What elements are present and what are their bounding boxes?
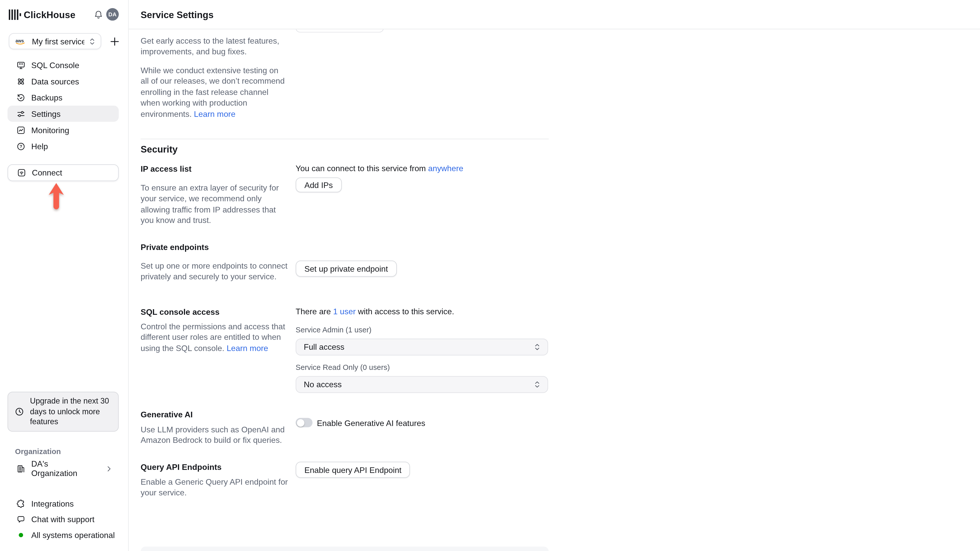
service-admin-select-value: Full access [304, 342, 344, 352]
private-endpoints-label: Private endpoints [141, 242, 209, 252]
help-icon: ? [16, 141, 26, 151]
sidebar-nav: SQL Console Data sources [7, 57, 119, 154]
sidebar-item-label: Settings [31, 109, 60, 118]
service-selector[interactable]: aws My first service [9, 33, 101, 49]
sidebar-item-integrations[interactable]: Integrations [7, 496, 119, 511]
system-status-label: All systems operational [31, 530, 115, 540]
chevron-updown-icon [535, 343, 540, 351]
sql-console-access-status: There are 1 user with access to this ser… [296, 306, 454, 316]
setup-private-endpoint-button[interactable]: Set up private endpoint [296, 260, 396, 277]
settings-sliders-icon [16, 109, 26, 118]
annotation-arrow-icon [48, 183, 65, 211]
release-channel-para1: Get early access to the latest features,… [141, 36, 299, 57]
chat-bubble-icon [16, 515, 26, 524]
building-icon [16, 464, 26, 473]
clickhouse-console: ClickHouse DA aws My first service [0, 0, 980, 551]
anywhere-link[interactable]: anywhere [428, 164, 463, 173]
svg-text:?: ? [20, 144, 22, 149]
user-avatar[interactable]: DA [106, 8, 119, 21]
sidebar-item-data-sources[interactable]: Data sources [7, 73, 119, 89]
query-api-endpoints-description: Enable a Generic Query API endpoint for … [141, 477, 299, 499]
chevron-updown-icon [89, 37, 95, 45]
service-selector-value: My first service [32, 37, 84, 46]
sidebar-item-label: Backups [31, 93, 62, 102]
query-api-endpoints-label: Query API Endpoints [141, 462, 221, 472]
brand-name: ClickHouse [24, 10, 76, 20]
sidebar-item-label: Monitoring [31, 125, 69, 135]
release-channel-learn-more-link[interactable]: Learn more [194, 109, 235, 119]
one-user-link[interactable]: 1 user [333, 306, 356, 316]
service-readonly-select-value: No access [304, 380, 342, 389]
sql-access-learn-more-link[interactable]: Learn more [227, 343, 268, 353]
add-service-button[interactable] [110, 37, 119, 46]
organization-section-label: Organization [15, 447, 61, 456]
security-heading: Security [141, 144, 178, 154]
service-readonly-label: Service Read Only (0 users) [296, 363, 390, 372]
aws-logo-icon: aws [15, 37, 27, 45]
sql-console-access-label: SQL console access [141, 307, 220, 317]
private-endpoints-description: Set up one or more endpoints to connect … [141, 260, 299, 282]
organization-name: DA's Organization [31, 459, 95, 478]
sidebar-item-label: SQL Console [31, 60, 79, 70]
service-readonly-select[interactable]: No access [296, 376, 548, 393]
enable-query-api-button[interactable]: Enable query API Endpoint [296, 462, 410, 478]
sidebar: ClickHouse DA aws My first service [0, 0, 129, 551]
generative-ai-description: Use LLM providers such as OpenAI and Ama… [141, 424, 299, 446]
sidebar-item-chat-support[interactable]: Chat with support [7, 512, 119, 527]
add-ips-button[interactable]: Add IPs [296, 178, 342, 192]
puzzle-icon [16, 499, 26, 509]
notifications-bell-icon[interactable] [94, 10, 103, 20]
system-status[interactable]: All systems operational [7, 527, 119, 543]
service-admin-select[interactable]: Full access [296, 338, 548, 355]
backups-icon [16, 93, 26, 102]
connect-wifi-icon [17, 168, 26, 178]
upgrade-notice-text: Upgrade in the next 30 days to unlock mo… [30, 396, 109, 427]
chevron-updown-icon [535, 380, 540, 389]
clickhouse-logo-icon [9, 10, 21, 20]
generative-ai-label: Generative AI [141, 410, 192, 419]
data-sources-icon [16, 76, 26, 86]
page-header: Service Settings [129, 0, 980, 29]
sidebar-item-label: Chat with support [31, 515, 94, 524]
release-channel-para2: While we conduct extensive testing on al… [141, 65, 299, 119]
status-green-dot [16, 530, 26, 540]
page-title: Service Settings [141, 9, 213, 20]
sidebar-item-label: Data sources [31, 76, 79, 86]
organization-selector[interactable]: DA's Organization [7, 460, 119, 477]
sidebar-item-help[interactable]: ? Help [7, 138, 119, 154]
main-content: Service Settings Get early access to the… [129, 0, 980, 551]
connect-button[interactable]: Connect [7, 164, 119, 181]
generative-ai-toggle-label: Enable Generative AI features [317, 419, 425, 428]
sidebar-item-settings[interactable]: Settings [7, 106, 119, 122]
service-admin-label: Service Admin (1 user) [296, 326, 371, 334]
ip-access-description: To ensure an extra layer of security for… [141, 183, 299, 226]
next-section-card-partial [141, 547, 549, 551]
sql-console-access-description: Control the permissions and access that … [141, 321, 299, 354]
section-divider [141, 139, 549, 139]
connect-button-label: Connect [32, 168, 62, 178]
sidebar-item-sql-console[interactable]: SQL Console [7, 57, 119, 73]
chevron-right-icon [107, 465, 111, 472]
sidebar-item-backups[interactable]: Backups [7, 89, 119, 106]
ip-access-list-label: IP access list [141, 164, 191, 174]
sidebar-item-label: Integrations [31, 499, 73, 509]
sidebar-item-monitoring[interactable]: Monitoring [7, 122, 119, 138]
clock-icon [14, 407, 24, 416]
ip-access-status: You can connect to this service from any… [296, 164, 463, 173]
sidebar-item-label: Help [31, 141, 48, 151]
sidebar-footer: Integrations Chat with support All syste… [7, 496, 119, 543]
upgrade-notice[interactable]: Upgrade in the next 30 days to unlock mo… [7, 392, 119, 432]
svg-text:aws: aws [16, 38, 24, 43]
monitoring-chart-icon [16, 125, 26, 135]
sql-console-icon [16, 60, 26, 70]
